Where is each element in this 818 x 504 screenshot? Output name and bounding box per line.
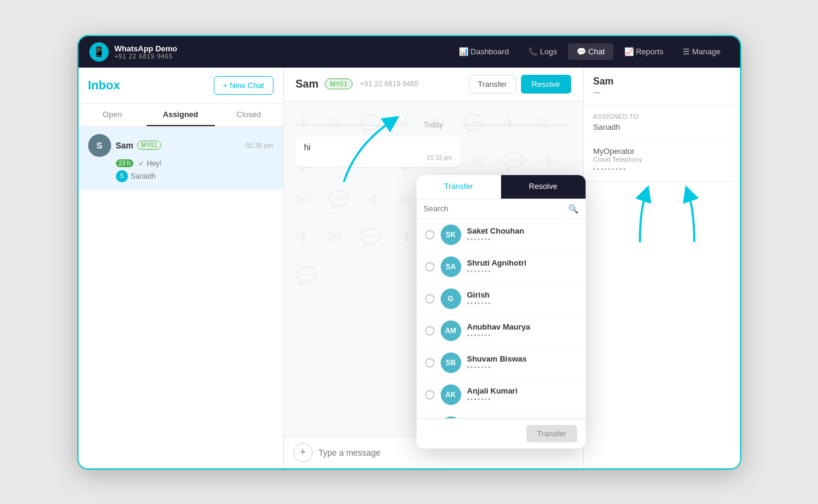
agent-full-name: Shruti Agnihotri — [467, 258, 577, 267]
nav-link-dashboard[interactable]: 📊 Dashboard — [450, 43, 517, 60]
agent-full-name: Anjali Kumari — [467, 386, 577, 395]
resolve-button[interactable]: Resolve — [521, 75, 571, 94]
agent-name: Sanadh — [131, 172, 156, 180]
nav-brand: 📱 WhatsApp Demo +91 22 6819 9465 — [89, 42, 177, 62]
company-name: MyOperator — [593, 147, 730, 156]
top-nav: 📱 WhatsApp Demo +91 22 6819 9465 📊 Dashb… — [78, 36, 740, 68]
agent-status: ••••••• — [467, 299, 577, 307]
date-divider: Today — [296, 121, 571, 129]
agent-item[interactable]: SK Saket Chouhan ••••••• — [417, 219, 586, 251]
panel-contact-sub: — — [593, 88, 730, 97]
tab-open[interactable]: Open — [78, 104, 147, 126]
chat-badge: MY01 — [137, 141, 161, 150]
agent-list: SK Saket Chouhan ••••••• SA Shruti Agnih… — [417, 219, 586, 418]
chat-time: 01:35 pm — [246, 142, 273, 149]
agent-status: ••••••• — [467, 267, 577, 275]
right-panel-header: Sam — — [584, 68, 740, 106]
assigned-value: Sanadh — [593, 123, 730, 132]
agent-item[interactable]: SB Shuvam Biswas ••••••• — [417, 347, 586, 379]
agent-status: ••••••• — [467, 395, 577, 403]
header-actions: Transfer Resolve — [469, 75, 571, 94]
agent-item[interactable]: KS Khushi Srivastava ••••••• — [417, 411, 586, 418]
agent-avatar: SB — [441, 352, 461, 373]
tab-closed[interactable]: Closed — [215, 104, 283, 126]
inbox-title: Inbox — [88, 78, 120, 92]
popup-search: 🔍 — [417, 199, 586, 219]
message-bubble: hi 01:33 pm — [296, 136, 461, 167]
nav-link-chat[interactable]: 💬 Chat — [568, 43, 613, 60]
chat-name: Sam — [116, 141, 134, 150]
agent-item[interactable]: AK Anjali Kumari ••••••• — [417, 379, 586, 411]
agent-full-name: Shuvam Biswas — [467, 354, 577, 363]
agent-item[interactable]: SA Shruti Agnihotri ••••••• — [417, 251, 586, 283]
sidebar-tabs: Open Assigned Closed — [78, 104, 283, 127]
agent-avatar: AK — [441, 384, 461, 405]
agent-radio[interactable] — [425, 294, 435, 304]
agent-avatar: SA — [441, 257, 461, 277]
message-time: 01:33 pm — [304, 155, 453, 161]
chat-preview: 23 h ✓ Hey! — [116, 159, 273, 168]
company-blurred: ••••••••• — [593, 165, 730, 174]
nav-link-reports[interactable]: 📈 Reports — [616, 43, 672, 60]
chat-item[interactable]: S Sam MY01 01:35 pm 23 h ✓ Hey! — [78, 127, 283, 190]
agent-avatar: G — [441, 289, 461, 309]
header-badge: MY01 — [325, 78, 353, 89]
sidebar-header: Inbox + New Chat — [78, 68, 283, 104]
popup-tab-resolve[interactable]: Resolve — [501, 175, 586, 199]
popup-tabs: Transfer Resolve — [417, 175, 586, 199]
agent-full-name: Saket Chouhan — [467, 226, 577, 235]
panel-company-section: MyOperator Cloud Telephony ••••••••• — [584, 139, 740, 182]
agent-row: S Sanadh — [116, 170, 273, 182]
agent-avatar: S — [116, 170, 128, 182]
agent-status: ••••••• — [467, 331, 577, 339]
company-sub: Cloud Telephony — [593, 156, 730, 163]
chat-header: Sam MY01 +91 22 6819 9465 Transfer Resol… — [284, 68, 583, 101]
message-text: hi — [304, 142, 453, 152]
chat-list: S Sam MY01 01:35 pm 23 h ✓ Hey! — [78, 127, 283, 468]
agent-status: ••••••• — [467, 363, 577, 371]
popup-tab-transfer[interactable]: Transfer — [417, 175, 501, 199]
main-area: Inbox + New Chat Open Assigned Closed S … — [78, 68, 740, 468]
agent-item[interactable]: G Girish ••••••• — [417, 283, 586, 315]
nav-links: 📊 Dashboard 📞 Logs 💬 Chat 📈 Reports ☰ Ma… — [450, 43, 729, 60]
transfer-popup: Transfer Resolve 🔍 SK Saket Chouhan ••••… — [417, 175, 586, 448]
avatar: S — [88, 134, 111, 157]
agent-avatar: SK — [441, 225, 461, 245]
agent-radio[interactable] — [425, 390, 435, 400]
nav-link-manage[interactable]: ☰ Manage — [674, 43, 729, 60]
agent-item[interactable]: AM Anubhav Maurya ••••••• — [417, 315, 586, 347]
popup-footer: Transfer — [417, 418, 586, 448]
right-panel: Sam — Assigned To Sanadh MyOperator Clou… — [583, 68, 740, 468]
brand-name: WhatsApp Demo — [115, 44, 177, 53]
panel-assigned-section: Assigned To Sanadh — [584, 106, 740, 139]
new-chat-button[interactable]: + New Chat — [214, 76, 273, 95]
assigned-label: Assigned To — [593, 113, 730, 120]
agent-radio[interactable] — [425, 358, 435, 368]
agent-status: ••••••• — [467, 235, 577, 243]
agent-radio[interactable] — [425, 262, 435, 272]
agent-radio[interactable] — [425, 230, 435, 240]
message-input[interactable] — [319, 448, 574, 458]
transfer-action-button[interactable]: Transfer — [526, 425, 577, 442]
transfer-button[interactable]: Transfer — [469, 75, 516, 94]
brand-number: +91 22 6819 9465 — [115, 53, 177, 60]
agent-avatar: AM — [441, 321, 461, 341]
nav-link-logs[interactable]: 📞 Logs — [520, 43, 566, 60]
app-container: 📱 WhatsApp Demo +91 22 6819 9465 📊 Dashb… — [77, 35, 741, 470]
agent-full-name: Girish — [467, 290, 577, 299]
nav-logo: 📱 — [89, 42, 109, 62]
checkmark-icon: ✓ — [138, 159, 144, 168]
hours-badge: 23 h — [116, 159, 133, 167]
sidebar: Inbox + New Chat Open Assigned Closed S … — [78, 68, 284, 468]
agent-full-name: Anubhav Maurya — [467, 322, 577, 331]
add-attachment-button[interactable]: + — [293, 443, 313, 462]
header-sub: +91 22 6819 9465 — [360, 80, 418, 88]
agent-radio[interactable] — [425, 326, 435, 336]
panel-contact-name: Sam — [593, 76, 730, 87]
agent-search-input[interactable] — [424, 204, 563, 213]
search-icon: 🔍 — [568, 204, 578, 214]
chat-header-name: Sam — [296, 78, 319, 91]
tab-assigned[interactable]: Assigned — [147, 104, 215, 126]
